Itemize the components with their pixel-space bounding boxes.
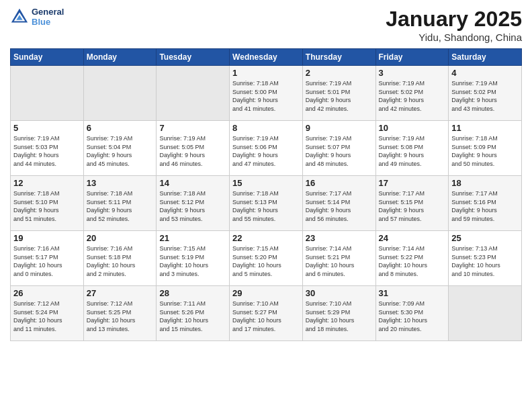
- calendar-title: January 2025: [386, 7, 522, 32]
- day-cell: 5Sunrise: 7:19 AM Sunset: 5:03 PM Daylig…: [11, 121, 84, 176]
- day-cell: 14Sunrise: 7:18 AM Sunset: 5:12 PM Dayli…: [157, 176, 230, 231]
- day-info: Sunrise: 7:19 AM Sunset: 5:01 PM Dayligh…: [306, 79, 373, 113]
- day-number: 21: [159, 233, 226, 243]
- calendar-page: General Blue January 2025 Yidu, Shandong…: [0, 0, 532, 348]
- day-info: Sunrise: 7:19 AM Sunset: 5:02 PM Dayligh…: [379, 79, 446, 113]
- day-number: 16: [306, 178, 373, 188]
- day-number: 31: [379, 288, 446, 298]
- day-header-friday: Friday: [375, 49, 449, 66]
- day-cell: 13Sunrise: 7:18 AM Sunset: 5:11 PM Dayli…: [83, 176, 157, 231]
- week-row-3: 12Sunrise: 7:18 AM Sunset: 5:10 PM Dayli…: [11, 176, 522, 231]
- day-cell: 31Sunrise: 7:09 AM Sunset: 5:30 PM Dayli…: [375, 286, 449, 341]
- day-info: Sunrise: 7:19 AM Sunset: 5:05 PM Dayligh…: [159, 134, 226, 168]
- day-cell: 1Sunrise: 7:18 AM Sunset: 5:00 PM Daylig…: [230, 66, 303, 121]
- title-area: January 2025 Yidu, Shandong, China: [386, 7, 522, 43]
- day-cell: 12Sunrise: 7:18 AM Sunset: 5:10 PM Dayli…: [11, 176, 84, 231]
- day-info: Sunrise: 7:12 AM Sunset: 5:25 PM Dayligh…: [87, 300, 154, 333]
- day-header-wednesday: Wednesday: [230, 49, 303, 66]
- day-info: Sunrise: 7:17 AM Sunset: 5:14 PM Dayligh…: [306, 189, 373, 223]
- day-number: 8: [232, 123, 300, 133]
- day-cell: [11, 66, 84, 121]
- day-info: Sunrise: 7:18 AM Sunset: 5:00 PM Dayligh…: [232, 79, 300, 113]
- day-cell: [449, 286, 522, 341]
- week-row-2: 5Sunrise: 7:19 AM Sunset: 5:03 PM Daylig…: [11, 121, 522, 176]
- day-number: 28: [159, 288, 226, 298]
- day-info: Sunrise: 7:14 AM Sunset: 5:22 PM Dayligh…: [379, 244, 446, 278]
- day-number: 11: [451, 123, 519, 133]
- day-cell: 29Sunrise: 7:10 AM Sunset: 5:27 PM Dayli…: [230, 286, 303, 341]
- day-number: 4: [451, 68, 519, 78]
- day-info: Sunrise: 7:17 AM Sunset: 5:16 PM Dayligh…: [451, 189, 519, 223]
- day-cell: 28Sunrise: 7:11 AM Sunset: 5:26 PM Dayli…: [157, 286, 230, 341]
- day-info: Sunrise: 7:09 AM Sunset: 5:30 PM Dayligh…: [379, 300, 446, 333]
- day-number: 18: [451, 178, 519, 188]
- day-cell: 6Sunrise: 7:19 AM Sunset: 5:04 PM Daylig…: [83, 121, 157, 176]
- day-header-tuesday: Tuesday: [157, 49, 230, 66]
- day-header-sunday: Sunday: [11, 49, 84, 66]
- day-cell: 18Sunrise: 7:17 AM Sunset: 5:16 PM Dayli…: [449, 176, 522, 231]
- day-number: 17: [379, 178, 446, 188]
- day-info: Sunrise: 7:17 AM Sunset: 5:15 PM Dayligh…: [379, 189, 446, 223]
- day-cell: 8Sunrise: 7:19 AM Sunset: 5:06 PM Daylig…: [230, 121, 303, 176]
- day-number: 24: [379, 233, 446, 243]
- day-cell: 20Sunrise: 7:16 AM Sunset: 5:18 PM Dayli…: [83, 231, 157, 286]
- day-number: 15: [232, 178, 300, 188]
- logo-icon: [10, 7, 29, 26]
- day-cell: [83, 66, 157, 121]
- day-info: Sunrise: 7:19 AM Sunset: 5:03 PM Dayligh…: [13, 134, 81, 168]
- day-info: Sunrise: 7:19 AM Sunset: 5:07 PM Dayligh…: [306, 134, 373, 168]
- logo-text: General Blue: [32, 7, 64, 27]
- day-number: 25: [451, 233, 519, 243]
- calendar-table: SundayMondayTuesdayWednesdayThursdayFrid…: [10, 48, 522, 341]
- day-cell: 23Sunrise: 7:14 AM Sunset: 5:21 PM Dayli…: [302, 231, 375, 286]
- day-number: 30: [306, 288, 373, 298]
- day-number: 29: [232, 288, 300, 298]
- day-info: Sunrise: 7:15 AM Sunset: 5:19 PM Dayligh…: [159, 244, 226, 278]
- day-header-thursday: Thursday: [302, 49, 375, 66]
- day-number: 14: [159, 178, 226, 188]
- header-row: SundayMondayTuesdayWednesdayThursdayFrid…: [11, 49, 522, 66]
- day-info: Sunrise: 7:19 AM Sunset: 5:08 PM Dayligh…: [379, 134, 446, 168]
- day-info: Sunrise: 7:19 AM Sunset: 5:06 PM Dayligh…: [232, 134, 300, 168]
- day-cell: 25Sunrise: 7:13 AM Sunset: 5:23 PM Dayli…: [449, 231, 522, 286]
- day-cell: 11Sunrise: 7:18 AM Sunset: 5:09 PM Dayli…: [449, 121, 522, 176]
- day-info: Sunrise: 7:18 AM Sunset: 5:10 PM Dayligh…: [13, 189, 81, 223]
- day-number: 10: [379, 123, 446, 133]
- day-number: 2: [306, 68, 373, 78]
- day-cell: [157, 66, 230, 121]
- day-cell: 2Sunrise: 7:19 AM Sunset: 5:01 PM Daylig…: [302, 66, 375, 121]
- day-cell: 27Sunrise: 7:12 AM Sunset: 5:25 PM Dayli…: [83, 286, 157, 341]
- day-number: 7: [159, 123, 226, 133]
- day-cell: 19Sunrise: 7:16 AM Sunset: 5:17 PM Dayli…: [11, 231, 84, 286]
- day-cell: 15Sunrise: 7:18 AM Sunset: 5:13 PM Dayli…: [230, 176, 303, 231]
- day-info: Sunrise: 7:16 AM Sunset: 5:17 PM Dayligh…: [13, 244, 81, 278]
- day-cell: 22Sunrise: 7:15 AM Sunset: 5:20 PM Dayli…: [230, 231, 303, 286]
- day-cell: 26Sunrise: 7:12 AM Sunset: 5:24 PM Dayli…: [11, 286, 84, 341]
- day-cell: 30Sunrise: 7:10 AM Sunset: 5:29 PM Dayli…: [302, 286, 375, 341]
- day-info: Sunrise: 7:14 AM Sunset: 5:21 PM Dayligh…: [306, 244, 373, 278]
- day-number: 13: [87, 178, 154, 188]
- day-info: Sunrise: 7:18 AM Sunset: 5:09 PM Dayligh…: [451, 134, 519, 168]
- week-row-4: 19Sunrise: 7:16 AM Sunset: 5:17 PM Dayli…: [11, 231, 522, 286]
- day-number: 23: [306, 233, 373, 243]
- day-number: 27: [87, 288, 154, 298]
- day-cell: 16Sunrise: 7:17 AM Sunset: 5:14 PM Dayli…: [302, 176, 375, 231]
- day-number: 19: [13, 233, 81, 243]
- day-info: Sunrise: 7:19 AM Sunset: 5:02 PM Dayligh…: [451, 79, 519, 113]
- day-cell: 21Sunrise: 7:15 AM Sunset: 5:19 PM Dayli…: [157, 231, 230, 286]
- day-number: 5: [13, 123, 81, 133]
- header: General Blue January 2025 Yidu, Shandong…: [10, 7, 522, 43]
- calendar-subtitle: Yidu, Shandong, China: [386, 32, 522, 43]
- day-cell: 17Sunrise: 7:17 AM Sunset: 5:15 PM Dayli…: [375, 176, 449, 231]
- day-cell: 4Sunrise: 7:19 AM Sunset: 5:02 PM Daylig…: [449, 66, 522, 121]
- day-number: 6: [87, 123, 154, 133]
- logo: General Blue: [10, 7, 64, 27]
- day-info: Sunrise: 7:18 AM Sunset: 5:13 PM Dayligh…: [232, 189, 300, 223]
- day-info: Sunrise: 7:19 AM Sunset: 5:04 PM Dayligh…: [87, 134, 154, 168]
- day-number: 22: [232, 233, 300, 243]
- day-number: 26: [13, 288, 81, 298]
- day-cell: 9Sunrise: 7:19 AM Sunset: 5:07 PM Daylig…: [302, 121, 375, 176]
- day-number: 20: [87, 233, 154, 243]
- day-info: Sunrise: 7:13 AM Sunset: 5:23 PM Dayligh…: [451, 244, 519, 278]
- day-info: Sunrise: 7:15 AM Sunset: 5:20 PM Dayligh…: [232, 244, 300, 278]
